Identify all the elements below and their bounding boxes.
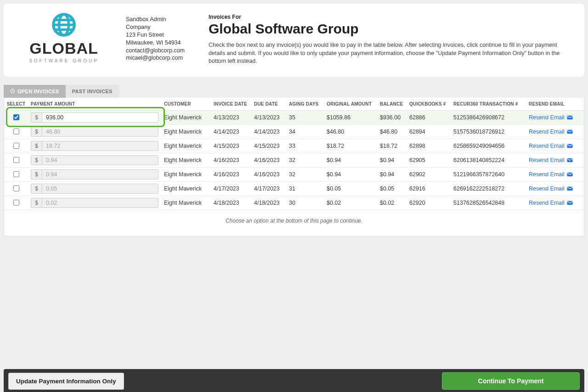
resend-email-link[interactable]: Resend Email: [529, 185, 573, 192]
company-info: Sandbox Admin Company 123 Fun Street Mil…: [126, 12, 195, 66]
tab-past-label: PAST INVOICES: [72, 89, 113, 94]
cell-quickbooks-number: 62886: [407, 114, 451, 121]
cell-original-amount: $0.94: [324, 157, 377, 163]
company-email: contact@globcorp.com: [126, 47, 195, 55]
resend-email-link[interactable]: Resend Email: [529, 129, 573, 135]
hint-text: Choose an option at the bottom of this p…: [4, 210, 584, 236]
logo-block: GLOBAL SOFTWARE GROUP: [16, 12, 112, 66]
resend-email-link[interactable]: Resend Email: [529, 157, 573, 163]
currency-symbol: $: [31, 184, 42, 194]
cell-original-amount: $0.94: [324, 171, 377, 178]
th-customer: CUSTOMER: [161, 101, 211, 106]
instructions-text: Check the box next to any invoice(s) you…: [209, 41, 572, 66]
payment-amount-input[interactable]: [42, 198, 158, 208]
invoice-table: SELECT PAYMENT AMOUNT CUSTOMER INVOICE D…: [4, 98, 584, 236]
cell-original-amount: $0.05: [324, 185, 377, 192]
cell-recur360-number: 5121966357872640: [451, 171, 526, 178]
cell-aging-days: 32: [286, 157, 324, 163]
table-row: $Eight Maverick4/16/20234/16/202332$0.94…: [4, 168, 584, 182]
cell-due-date: 4/13/2023: [251, 114, 286, 121]
cell-invoice-date: 4/16/2023: [211, 157, 251, 163]
tab-past-invoices[interactable]: PAST INVOICES: [66, 85, 119, 98]
row-select-checkbox[interactable]: [13, 129, 19, 134]
mail-icon: [567, 186, 573, 191]
resend-email-link[interactable]: Resend Email: [529, 114, 573, 121]
cell-balance: $0.94: [377, 171, 407, 178]
cell-quickbooks-number: 62894: [407, 129, 451, 135]
cell-recur360-number: 5125386426908672: [451, 114, 526, 121]
payment-amount-input[interactable]: [42, 184, 158, 194]
cell-due-date: 4/17/2023: [251, 185, 286, 192]
cell-recur360-number: 5157536018726912: [451, 129, 526, 135]
cell-original-amount: $46.80: [324, 129, 377, 135]
table-row: $Eight Maverick4/15/20234/15/202333$18.7…: [4, 139, 584, 153]
cell-quickbooks-number: 62898: [407, 143, 451, 149]
cell-invoice-date: 4/17/2023: [211, 185, 251, 192]
th-quickbooks: QUICKBOOKS #: [407, 101, 451, 106]
th-payment-amount: PAYMENT AMOUNT: [28, 101, 161, 106]
cell-aging-days: 33: [286, 143, 324, 149]
table-row: $Eight Maverick4/18/20234/18/202330$0.02…: [4, 196, 584, 210]
payment-amount-input[interactable]: [42, 155, 158, 165]
row-select-checkbox[interactable]: [13, 185, 19, 191]
resend-email-link[interactable]: Resend Email: [529, 171, 573, 178]
th-select: SELECT: [4, 101, 28, 106]
th-due-date: DUE DATE: [251, 101, 286, 106]
row-select-checkbox[interactable]: [13, 171, 19, 177]
resend-email-link[interactable]: Resend Email: [529, 143, 573, 149]
cell-due-date: 4/16/2023: [251, 171, 286, 178]
company-address1: 123 Fun Street: [126, 31, 195, 39]
row-select-checkbox[interactable]: [13, 143, 19, 149]
cell-customer: Eight Maverick: [161, 157, 211, 163]
invoices-for-block: Invoices For Global Software Group Check…: [209, 12, 572, 66]
cell-quickbooks-number: 62902: [407, 171, 451, 178]
page-title: Global Software Group: [209, 21, 572, 37]
cell-customer: Eight Maverick: [161, 171, 211, 178]
cell-recur360-number: 6269162222518272: [451, 185, 526, 192]
payment-amount-input[interactable]: [42, 141, 158, 151]
cell-balance: $0.02: [377, 200, 407, 206]
currency-symbol: $: [31, 127, 42, 137]
cell-balance: $18.72: [377, 143, 407, 149]
payment-amount-input[interactable]: [42, 112, 158, 123]
cell-customer: Eight Maverick: [161, 143, 211, 149]
payment-amount-input[interactable]: [42, 127, 158, 137]
row-select-checkbox[interactable]: [13, 157, 19, 163]
cell-original-amount: $18.72: [324, 143, 377, 149]
update-payment-info-button[interactable]: Update Payment Information Only: [8, 373, 124, 390]
cell-quickbooks-number: 62920: [407, 200, 451, 206]
cell-due-date: 4/14/2023: [251, 129, 286, 135]
cell-aging-days: 35: [286, 114, 324, 121]
footer-bar: Update Payment Information Only Continue…: [4, 369, 584, 392]
table-row: $Eight Maverick4/17/20234/17/202331$0.05…: [4, 182, 584, 196]
cell-balance: $0.05: [377, 185, 407, 192]
currency-symbol: $: [31, 112, 42, 123]
th-invoice-date: INVOICE DATE: [211, 101, 251, 106]
mail-icon: [567, 158, 573, 162]
cell-customer: Eight Maverick: [161, 200, 211, 206]
continue-to-payment-button[interactable]: Continue To Payment: [442, 372, 580, 390]
th-recur360: RECUR360 TRANSACTION #: [451, 101, 526, 106]
mail-icon: [567, 115, 573, 120]
currency-symbol: $: [31, 169, 42, 179]
cell-invoice-date: 4/16/2023: [211, 171, 251, 178]
row-select-checkbox[interactable]: [13, 200, 19, 206]
company-line2: Company: [126, 23, 195, 31]
row-select-checkbox[interactable]: [13, 114, 19, 120]
cell-due-date: 4/15/2023: [251, 143, 286, 149]
resend-email-link[interactable]: Resend Email: [529, 200, 573, 206]
cell-recur360-number: 6206138140852224: [451, 157, 526, 163]
mail-icon: [567, 172, 573, 177]
table-row: $Eight Maverick4/13/20234/13/202335$1059…: [4, 111, 584, 125]
cell-customer: Eight Maverick: [161, 114, 211, 121]
cell-quickbooks-number: 62916: [407, 185, 451, 192]
tab-open-invoices[interactable]: OPEN INVOICES: [4, 85, 66, 98]
tab-open-label: OPEN INVOICES: [17, 89, 59, 94]
logo-wordmark: GLOBAL: [29, 39, 98, 57]
currency-symbol: $: [31, 155, 42, 165]
payment-amount-input[interactable]: [42, 169, 158, 179]
mail-icon: [567, 201, 573, 205]
cell-balance: $936.00: [377, 114, 407, 121]
cell-recur360-number: 5137628526542848: [451, 200, 526, 206]
cell-original-amount: $1059.86: [324, 114, 377, 121]
